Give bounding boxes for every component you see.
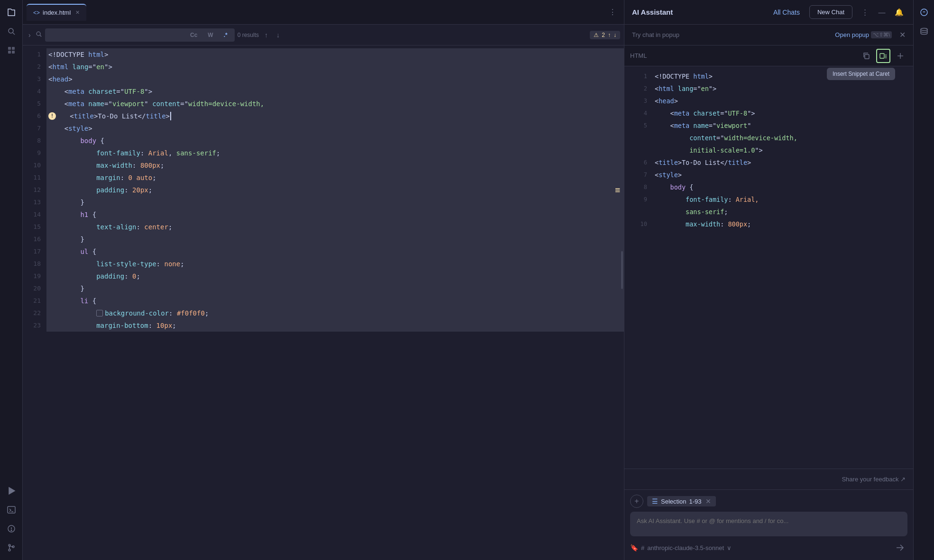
chat-add-context-button[interactable]: +: [630, 495, 643, 508]
code-line-6: ! <title>To-Do List</title>: [46, 110, 624, 122]
selection-range: 1-93: [689, 498, 701, 505]
svg-rect-3: [12, 47, 15, 50]
sidebar-item-terminal[interactable]: [3, 501, 20, 518]
ai-code-line-5b: content="width=device-width,: [624, 132, 913, 144]
find-prev-button[interactable]: ↑: [262, 30, 271, 40]
svg-point-13: [9, 549, 10, 551]
chat-selection-tag: ☰ Selection 1-93 ✕: [647, 496, 716, 506]
selection-tag-close-icon[interactable]: ✕: [705, 497, 711, 505]
svg-rect-7: [8, 506, 15, 513]
warning-count: 2: [602, 32, 605, 38]
sidebar-item-search[interactable]: [3, 23, 20, 40]
editor-scrollbar[interactable]: [619, 45, 623, 560]
find-regex-button[interactable]: .*: [220, 30, 231, 40]
sidebar-item-run[interactable]: [3, 482, 20, 499]
ai-code-line-7: 7 <style>: [624, 169, 913, 181]
sidebar-item-problems[interactable]: [3, 520, 20, 537]
warning-badge[interactable]: ⚠ 2 ↑ ↓: [590, 31, 620, 39]
svg-rect-19: [880, 54, 884, 58]
search-find-icon: [36, 31, 42, 39]
tab-index-html[interactable]: <> index.html ✕: [27, 4, 86, 21]
ai-notification-icon[interactable]: 🔔: [892, 6, 906, 19]
editor-area: <> index.html ✕ ⋮ › Cc W .* 0 results ↑ …: [23, 0, 624, 560]
ai-insert-snippet-button[interactable]: [876, 49, 890, 63]
line-num-1: 1: [23, 48, 41, 61]
find-results-count: 0 results: [238, 32, 259, 38]
database-sidebar-icon[interactable]: [916, 23, 933, 40]
svg-line-1: [13, 33, 15, 35]
find-bar: › Cc W .* 0 results ↑ ↓ ⚠ 2 ↑ ↓: [23, 25, 624, 45]
selection-label: Selection: [661, 498, 686, 505]
ai-code-line-5: 5 <meta name="viewport": [624, 119, 913, 132]
code-line-5: <meta name="viewport" content="width=dev…: [46, 98, 624, 110]
feedback-text: Share your feedback ↗: [842, 476, 906, 483]
code-line-7: <style>: [46, 122, 624, 135]
feedback-link[interactable]: Share your feedback ↗: [842, 476, 906, 483]
find-case-button[interactable]: Cc: [187, 30, 201, 40]
ai-new-chat-button[interactable]: New Chat: [809, 5, 852, 19]
ai-assistant-sidebar-icon[interactable]: [916, 4, 933, 21]
find-next-button[interactable]: ↓: [274, 30, 283, 40]
code-line-22: background-color: #f0f0f0;: [46, 307, 624, 319]
warning-chevron-down: ↓: [614, 32, 616, 38]
code-content[interactable]: <!DOCTYPE html> <html lang="en"> <head> …: [46, 45, 624, 560]
ai-minimize-icon[interactable]: —: [875, 6, 888, 19]
code-line-2: <html lang="en">: [46, 61, 624, 73]
line-num-22: 22: [23, 307, 41, 319]
code-line-19: padding: 0;: [46, 270, 624, 282]
code-line-21: li {: [46, 295, 624, 307]
open-popup-button[interactable]: Open popup ⌥⇧⌘\: [835, 31, 892, 38]
ai-panel-title: AI Assistant: [632, 8, 764, 16]
ai-copy-icon[interactable]: [859, 49, 873, 63]
line-num-8: 8: [23, 135, 41, 147]
ai-code-content[interactable]: 1 <!DOCTYPE html> 2 <html lang="en"> 3 <…: [624, 66, 913, 469]
ai-all-chats-button[interactable]: All Chats: [769, 7, 804, 18]
svg-point-11: [11, 530, 12, 531]
svg-rect-2: [8, 47, 11, 50]
chat-popup-bar: Try chat in popup Open popup ⌥⇧⌘\ ✕: [624, 25, 913, 45]
ai-code-line-10: 10 max-width: 800px;: [624, 218, 913, 230]
line-num-11: 11: [23, 172, 41, 184]
svg-rect-5: [12, 51, 15, 54]
ai-menu-icon[interactable]: ⋮: [858, 6, 871, 19]
editor-menu-button[interactable]: ⋮: [605, 6, 620, 18]
code-line-18: list-style-type: none;: [46, 258, 624, 270]
find-chevron-icon[interactable]: ›: [27, 29, 33, 41]
bookmark-icon: 🔖: [630, 544, 638, 551]
code-line-13: }: [46, 196, 624, 208]
chat-input-box: [630, 512, 907, 536]
ai-add-icon[interactable]: [893, 49, 907, 63]
ai-code-line-9b: sans-serif;: [624, 206, 913, 218]
find-input-wrapper: Cc W .*: [45, 28, 235, 42]
model-chevron-icon: ∨: [727, 544, 732, 551]
svg-point-27: [921, 28, 927, 31]
chat-input-area: + ☰ Selection 1-93 ✕ 🔖 # anthropic-claud…: [624, 489, 913, 560]
chat-input[interactable]: [637, 517, 901, 524]
ai-code-line-6: 6 <title>To-Do List</title>: [624, 156, 913, 169]
sidebar-item-extensions[interactable]: [3, 42, 20, 59]
chat-popup-close-icon[interactable]: ✕: [899, 30, 906, 39]
line-num-9: 9: [23, 147, 41, 159]
tab-bar: <> index.html ✕ ⋮: [23, 0, 624, 25]
open-popup-label: Open popup: [835, 31, 869, 38]
tab-close-button[interactable]: ✕: [75, 9, 80, 16]
chat-model-selector[interactable]: 🔖 # anthropic-claude-3.5-sonnet ∨: [630, 544, 732, 551]
line-num-2: 2: [23, 61, 41, 73]
find-word-button[interactable]: W: [204, 30, 216, 40]
chat-popup-text: Try chat in popup: [632, 31, 831, 38]
sidebar-item-files[interactable]: [3, 4, 20, 21]
html-file-icon: <>: [33, 9, 40, 16]
find-input[interactable]: [49, 31, 183, 38]
warning-icon: ⚠: [594, 32, 599, 38]
chat-send-button[interactable]: [892, 540, 907, 555]
ai-header-icons: ⋮ — 🔔: [858, 6, 906, 19]
code-line-4: <meta charset="UTF-8">: [46, 85, 624, 98]
ai-code-line-5c: initial-scale=1.0">: [624, 144, 913, 156]
feedback-bar: Share your feedback ↗: [624, 469, 913, 489]
line-num-17: 17: [23, 245, 41, 258]
line-num-18: 18: [23, 258, 41, 270]
svg-rect-4: [8, 51, 11, 54]
line-num-20: 20: [23, 282, 41, 295]
code-line-9: font-family: Arial, sans-serif;: [46, 147, 624, 159]
sidebar-item-git[interactable]: [3, 539, 20, 556]
